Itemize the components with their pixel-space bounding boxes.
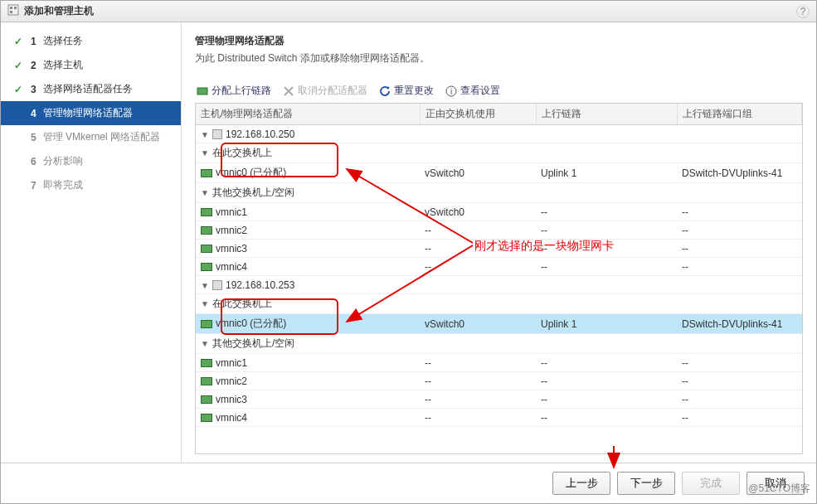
toolbar: 分配上行链路 取消分配适配器 重置更改 i 查看设置 bbox=[195, 80, 803, 104]
back-button[interactable]: 上一步 bbox=[552, 472, 610, 495]
tree-toggle-icon[interactable]: ▼ bbox=[201, 130, 209, 139]
reset-icon bbox=[379, 85, 391, 97]
nic-icon bbox=[201, 263, 212, 271]
nic-row[interactable]: vmnic1------ bbox=[196, 354, 802, 372]
tree-toggle-icon[interactable]: ▼ bbox=[201, 299, 209, 308]
col-host[interactable]: 主机/物理网络适配器 bbox=[196, 104, 420, 125]
svg-rect-1 bbox=[10, 7, 12, 9]
tree-toggle-icon[interactable]: ▼ bbox=[201, 148, 209, 158]
check-icon: ✓ bbox=[14, 60, 24, 71]
svg-rect-4 bbox=[197, 88, 207, 94]
info-icon: i bbox=[445, 85, 457, 97]
group-row[interactable]: ▼在此交换机上 bbox=[196, 143, 802, 163]
reset-button[interactable]: 重置更改 bbox=[379, 84, 434, 98]
nic-row[interactable]: vmnic4------ bbox=[196, 409, 802, 427]
window-icon bbox=[7, 4, 19, 18]
tree-toggle-icon[interactable]: ▼ bbox=[201, 281, 209, 290]
group-row[interactable]: ▼其他交换机上/空闲 bbox=[196, 334, 802, 354]
nic-icon bbox=[201, 377, 212, 385]
wizard-step-6: 6分析影响 bbox=[1, 149, 181, 173]
dialog-title: 添加和管理主机 bbox=[24, 4, 94, 18]
svg-rect-2 bbox=[14, 7, 17, 9]
svg-rect-3 bbox=[10, 11, 12, 13]
svg-text:i: i bbox=[450, 87, 452, 96]
wizard-step-1[interactable]: ✓1选择任务 bbox=[1, 29, 181, 53]
col-uplink[interactable]: 上行链路 bbox=[536, 104, 677, 125]
nic-icon bbox=[201, 208, 212, 216]
wizard-step-2[interactable]: ✓2选择主机 bbox=[1, 53, 181, 77]
nic-row[interactable]: vmnic1vSwitch0---- bbox=[196, 203, 802, 221]
view-settings-button[interactable]: i 查看设置 bbox=[445, 84, 500, 98]
wizard-step-3[interactable]: ✓3选择网络适配器任务 bbox=[1, 77, 181, 101]
host-row[interactable]: ▼192.168.10.250 bbox=[196, 125, 802, 143]
unassign-button: 取消分配适配器 bbox=[283, 84, 367, 98]
svg-rect-0 bbox=[8, 5, 18, 15]
nic-icon bbox=[201, 245, 212, 253]
footer: 上一步 下一步 完成 取消 bbox=[1, 463, 816, 503]
host-icon bbox=[212, 280, 222, 290]
nic-icon bbox=[201, 169, 212, 177]
finish-button: 完成 bbox=[682, 472, 740, 495]
tree-toggle-icon[interactable]: ▼ bbox=[201, 188, 209, 197]
assign-uplink-button[interactable]: 分配上行链路 bbox=[197, 84, 271, 98]
nic-row[interactable]: vmnic3------ bbox=[196, 240, 802, 258]
nic-icon bbox=[201, 359, 212, 367]
nic-row[interactable]: vmnic4------ bbox=[196, 258, 802, 276]
check-icon: ✓ bbox=[14, 84, 24, 95]
wizard-step-5: 5管理 VMkernel 网络适配器 bbox=[1, 125, 181, 149]
wizard-step-7: 7即将完成 bbox=[1, 173, 181, 197]
help-icon[interactable]: ? bbox=[796, 5, 810, 18]
adapter-table: 主机/物理网络适配器 正由交换机使用 上行链路 上行链路端口组 ▼192.168… bbox=[196, 104, 802, 427]
nic-icon bbox=[201, 226, 212, 235]
tree-toggle-icon[interactable]: ▼ bbox=[201, 339, 209, 348]
cancel-button[interactable]: 取消 bbox=[746, 472, 805, 495]
host-icon bbox=[212, 129, 222, 139]
titlebar: 添加和管理主机 ? bbox=[1, 1, 816, 22]
assign-icon bbox=[197, 85, 208, 97]
nic-row[interactable]: vmnic2------ bbox=[196, 221, 802, 240]
col-portgroup[interactable]: 上行链路端口组 bbox=[677, 104, 802, 125]
col-usedby[interactable]: 正由交换机使用 bbox=[420, 104, 536, 125]
page-title: 管理物理网络适配器 bbox=[195, 34, 803, 48]
nic-row[interactable]: vmnic2------ bbox=[196, 372, 802, 390]
group-row[interactable]: ▼在此交换机上 bbox=[196, 294, 802, 314]
wizard-steps: ✓1选择任务✓2选择主机✓3选择网络适配器任务4管理物理网络适配器5管理 VMk… bbox=[1, 22, 182, 463]
nic-row[interactable]: vmnic0 (已分配)vSwitch0Uplink 1DSwitch-DVUp… bbox=[196, 163, 802, 183]
unassign-icon bbox=[283, 85, 294, 97]
host-row[interactable]: ▼192.168.10.253 bbox=[196, 276, 802, 294]
nic-icon bbox=[201, 320, 212, 328]
wizard-step-4[interactable]: 4管理物理网络适配器 bbox=[1, 101, 181, 125]
nic-row[interactable]: vmnic0 (已分配)vSwitch0Uplink 1DSwitch-DVUp… bbox=[196, 314, 802, 334]
page-description: 为此 Distributed Switch 添加或移除物理网络适配器。 bbox=[195, 51, 803, 65]
next-button[interactable]: 下一步 bbox=[617, 472, 675, 495]
group-row[interactable]: ▼其他交换机上/空闲 bbox=[196, 183, 802, 203]
nic-row[interactable]: vmnic3------ bbox=[196, 390, 802, 409]
check-icon: ✓ bbox=[14, 36, 24, 47]
nic-icon bbox=[201, 414, 212, 422]
nic-icon bbox=[201, 395, 212, 404]
